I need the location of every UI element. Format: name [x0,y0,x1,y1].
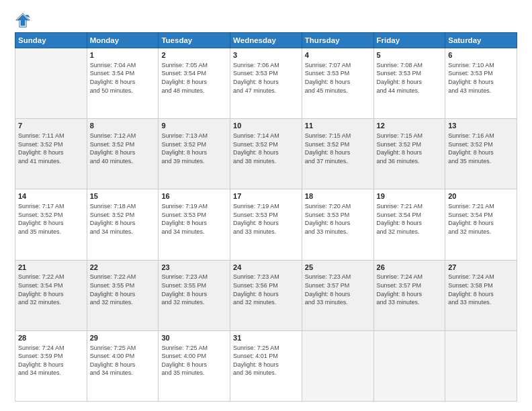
calendar-day-cell: 5Sunrise: 7:08 AM Sunset: 3:53 PM Daylig… [373,48,445,119]
calendar-day-cell: 23Sunrise: 7:23 AM Sunset: 3:55 PM Dayli… [159,260,230,330]
calendar-day-header: Wednesday [230,33,302,48]
calendar-day-cell: 27Sunrise: 7:24 AM Sunset: 3:58 PM Dayli… [445,260,517,330]
calendar-day-cell: 19Sunrise: 7:21 AM Sunset: 3:54 PM Dayli… [373,189,445,260]
day-info: Sunrise: 7:04 AM Sunset: 3:54 PM Dayligh… [90,61,156,95]
calendar-day-cell: 30Sunrise: 7:25 AM Sunset: 4:00 PM Dayli… [159,330,230,401]
page: SundayMondayTuesdayWednesdayThursdayFrid… [0,0,532,411]
calendar-day-cell: 21Sunrise: 7:22 AM Sunset: 3:54 PM Dayli… [15,260,87,330]
calendar-day-header: Tuesday [159,33,230,48]
day-info: Sunrise: 7:15 AM Sunset: 3:52 PM Dayligh… [377,132,443,165]
calendar-day-cell: 29Sunrise: 7:25 AM Sunset: 4:00 PM Dayli… [87,330,159,401]
calendar-day-cell: 6Sunrise: 7:10 AM Sunset: 3:53 PM Daylig… [445,48,517,119]
day-number: 25 [305,263,371,273]
day-number: 31 [233,333,299,343]
calendar-week-row: 28Sunrise: 7:24 AM Sunset: 3:59 PM Dayli… [15,330,517,401]
day-info: Sunrise: 7:22 AM Sunset: 3:54 PM Dayligh… [18,273,84,306]
calendar-day-cell [373,330,445,401]
day-number: 19 [377,191,443,201]
calendar-day-cell: 16Sunrise: 7:19 AM Sunset: 3:53 PM Dayli… [159,189,230,260]
day-info: Sunrise: 7:12 AM Sunset: 3:52 PM Dayligh… [90,132,156,165]
calendar-day-cell: 17Sunrise: 7:19 AM Sunset: 3:53 PM Dayli… [230,189,302,260]
calendar-week-row: 1Sunrise: 7:04 AM Sunset: 3:54 PM Daylig… [15,48,517,119]
day-number: 12 [377,121,443,131]
day-info: Sunrise: 7:24 AM Sunset: 3:58 PM Dayligh… [448,273,514,306]
calendar-day-cell: 31Sunrise: 7:25 AM Sunset: 4:01 PM Dayli… [230,330,302,401]
day-info: Sunrise: 7:23 AM Sunset: 3:55 PM Dayligh… [161,273,227,306]
day-info: Sunrise: 7:22 AM Sunset: 3:55 PM Dayligh… [90,273,156,306]
calendar-day-header: Saturday [445,33,517,48]
day-number: 10 [233,121,299,131]
calendar-day-header: Friday [373,33,445,48]
calendar-day-cell: 12Sunrise: 7:15 AM Sunset: 3:52 PM Dayli… [373,119,445,189]
day-number: 29 [90,333,156,343]
day-info: Sunrise: 7:23 AM Sunset: 3:57 PM Dayligh… [305,273,371,306]
day-info: Sunrise: 7:06 AM Sunset: 3:53 PM Dayligh… [233,61,299,95]
day-info: Sunrise: 7:07 AM Sunset: 3:53 PM Dayligh… [305,61,371,95]
day-number: 14 [18,191,84,201]
day-number: 6 [448,50,514,60]
day-number: 2 [161,50,227,60]
calendar-day-cell: 4Sunrise: 7:07 AM Sunset: 3:53 PM Daylig… [302,48,373,119]
day-number: 21 [18,263,84,273]
calendar-day-cell [15,48,87,119]
day-info: Sunrise: 7:21 AM Sunset: 3:54 PM Dayligh… [448,202,514,236]
day-info: Sunrise: 7:21 AM Sunset: 3:54 PM Dayligh… [377,202,443,236]
day-info: Sunrise: 7:24 AM Sunset: 3:57 PM Dayligh… [377,273,443,306]
day-info: Sunrise: 7:16 AM Sunset: 3:52 PM Dayligh… [448,132,514,165]
calendar-day-cell: 10Sunrise: 7:14 AM Sunset: 3:52 PM Dayli… [230,119,302,189]
day-info: Sunrise: 7:23 AM Sunset: 3:56 PM Dayligh… [233,273,299,306]
calendar-table: SundayMondayTuesdayWednesdayThursdayFrid… [15,32,517,402]
calendar-day-header: Sunday [15,33,87,48]
calendar-week-row: 14Sunrise: 7:17 AM Sunset: 3:52 PM Dayli… [15,189,517,260]
day-number: 4 [305,50,371,60]
day-number: 1 [90,50,156,60]
day-number: 24 [233,263,299,273]
calendar-week-row: 7Sunrise: 7:11 AM Sunset: 3:52 PM Daylig… [15,119,517,189]
day-info: Sunrise: 7:10 AM Sunset: 3:53 PM Dayligh… [448,61,514,95]
calendar-header-row: SundayMondayTuesdayWednesdayThursdayFrid… [15,33,517,48]
logo-icon [15,12,31,28]
day-number: 26 [377,263,443,273]
calendar-day-cell: 18Sunrise: 7:20 AM Sunset: 3:53 PM Dayli… [302,189,373,260]
calendar-day-header: Thursday [302,33,373,48]
calendar-week-row: 21Sunrise: 7:22 AM Sunset: 3:54 PM Dayli… [15,260,517,330]
calendar-day-cell [445,330,517,401]
calendar-day-cell: 13Sunrise: 7:16 AM Sunset: 3:52 PM Dayli… [445,119,517,189]
calendar-day-cell: 26Sunrise: 7:24 AM Sunset: 3:57 PM Dayli… [373,260,445,330]
day-info: Sunrise: 7:11 AM Sunset: 3:52 PM Dayligh… [18,132,84,165]
calendar-day-cell: 20Sunrise: 7:21 AM Sunset: 3:54 PM Dayli… [445,189,517,260]
calendar-day-cell [302,330,373,401]
day-number: 23 [161,263,227,273]
day-info: Sunrise: 7:25 AM Sunset: 4:01 PM Dayligh… [233,344,299,377]
header [15,12,517,28]
day-number: 22 [90,263,156,273]
day-number: 3 [233,50,299,60]
day-info: Sunrise: 7:25 AM Sunset: 4:00 PM Dayligh… [90,344,156,377]
calendar-day-cell: 14Sunrise: 7:17 AM Sunset: 3:52 PM Dayli… [15,189,87,260]
day-number: 20 [448,191,514,201]
calendar-day-cell: 22Sunrise: 7:22 AM Sunset: 3:55 PM Dayli… [87,260,159,330]
day-info: Sunrise: 7:18 AM Sunset: 3:52 PM Dayligh… [90,202,156,236]
calendar-day-header: Monday [87,33,159,48]
logo [15,12,34,28]
day-info: Sunrise: 7:17 AM Sunset: 3:52 PM Dayligh… [18,202,84,236]
calendar-day-cell: 28Sunrise: 7:24 AM Sunset: 3:59 PM Dayli… [15,330,87,401]
calendar-day-cell: 9Sunrise: 7:13 AM Sunset: 3:52 PM Daylig… [159,119,230,189]
day-number: 5 [377,50,443,60]
day-number: 28 [18,333,84,343]
day-number: 17 [233,191,299,201]
day-number: 7 [18,121,84,131]
calendar-day-cell: 7Sunrise: 7:11 AM Sunset: 3:52 PM Daylig… [15,119,87,189]
calendar-day-cell: 1Sunrise: 7:04 AM Sunset: 3:54 PM Daylig… [87,48,159,119]
calendar-day-cell: 2Sunrise: 7:05 AM Sunset: 3:54 PM Daylig… [159,48,230,119]
calendar-day-cell: 11Sunrise: 7:15 AM Sunset: 3:52 PM Dayli… [302,119,373,189]
calendar-day-cell: 25Sunrise: 7:23 AM Sunset: 3:57 PM Dayli… [302,260,373,330]
day-info: Sunrise: 7:13 AM Sunset: 3:52 PM Dayligh… [161,132,227,165]
day-number: 15 [90,191,156,201]
day-info: Sunrise: 7:08 AM Sunset: 3:53 PM Dayligh… [377,61,443,95]
day-info: Sunrise: 7:20 AM Sunset: 3:53 PM Dayligh… [305,202,371,236]
day-info: Sunrise: 7:19 AM Sunset: 3:53 PM Dayligh… [161,202,227,236]
day-info: Sunrise: 7:25 AM Sunset: 4:00 PM Dayligh… [161,344,227,377]
day-number: 8 [90,121,156,131]
calendar-day-cell: 24Sunrise: 7:23 AM Sunset: 3:56 PM Dayli… [230,260,302,330]
